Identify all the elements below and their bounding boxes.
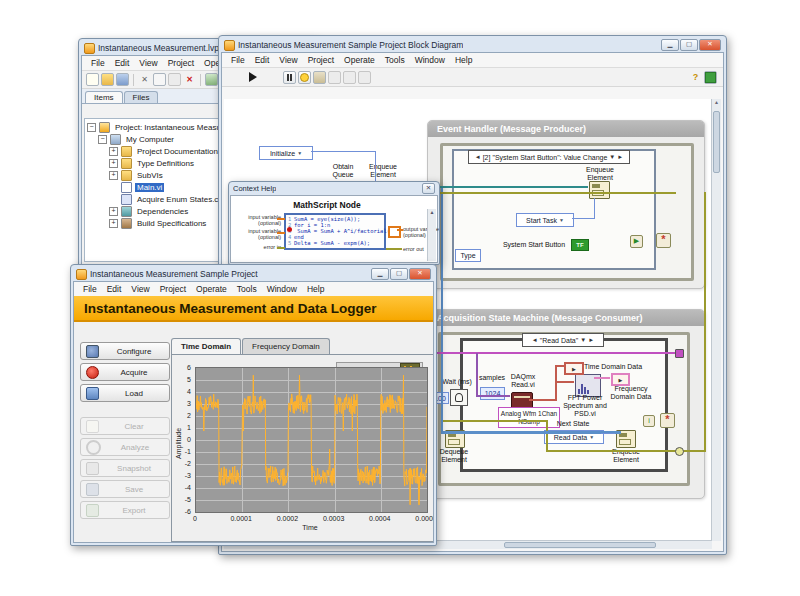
menu-item[interactable]: View [126, 283, 154, 295]
start-task-enum-constant[interactable]: Start Task▼ [516, 213, 574, 227]
tree-item-label[interactable]: Build Specifications [135, 219, 208, 228]
open-folder-icon[interactable] [101, 73, 114, 86]
stop-terminal[interactable]: * [660, 413, 675, 428]
case-dropdown-icon[interactable]: ▼ [609, 154, 615, 160]
type-specifier[interactable]: Type [455, 249, 481, 262]
tree-item-label[interactable]: Project Documentation [135, 147, 220, 156]
tree-item-label[interactable]: My Computer [124, 135, 176, 144]
menu-item[interactable]: File [78, 283, 102, 295]
tree-item-label[interactable]: Main.vi [135, 183, 164, 192]
menu-item[interactable]: View [134, 57, 162, 69]
tree-expander-icon[interactable]: + [109, 207, 118, 216]
display-tab[interactable]: Frequency Domain [242, 338, 330, 354]
vertical-scrollbar[interactable]: ▲ [711, 99, 721, 541]
menu-item[interactable]: Edit [250, 54, 275, 66]
menu-item[interactable]: Project [303, 54, 339, 66]
tree-expander-icon[interactable]: + [109, 219, 118, 228]
menu-item[interactable]: Window [262, 283, 302, 295]
cut-icon[interactable]: ✕ [138, 73, 151, 86]
previous-case-icon[interactable]: ◄ [475, 154, 481, 160]
next-case-icon[interactable]: ► [588, 337, 594, 343]
context-help-titlebar[interactable]: Context Help ✕ [230, 183, 438, 194]
panel-button[interactable]: Export [80, 501, 170, 519]
enqueue-element-node[interactable] [589, 181, 610, 199]
maximize-button[interactable]: ▢ [680, 39, 698, 51]
save-icon[interactable] [116, 73, 129, 86]
tree-item-label[interactable]: Acquire Enum States.ctl [135, 195, 224, 204]
menu-item[interactable]: Window [410, 54, 450, 66]
plot-area[interactable] [195, 367, 428, 513]
tree-expander-icon[interactable]: + [109, 159, 118, 168]
step-over-icon[interactable] [343, 71, 356, 84]
tree-expander-icon[interactable]: − [87, 123, 96, 132]
menu-item[interactable]: Edit [102, 283, 127, 295]
resolve-conflicts-icon[interactable] [205, 73, 218, 86]
navigation-window-icon[interactable] [704, 71, 717, 84]
menu-item[interactable]: Operate [339, 54, 380, 66]
menu-item[interactable]: Tools [232, 283, 262, 295]
menu-item[interactable]: Project [163, 57, 199, 69]
button-icon [86, 483, 99, 496]
case-dropdown-icon[interactable]: ▼ [580, 337, 586, 343]
close-icon[interactable]: ✕ [422, 183, 435, 194]
tree-item-label[interactable]: Type Definitions [135, 159, 196, 168]
pause-icon[interactable] [283, 71, 296, 84]
minimize-button[interactable]: ▁ [661, 39, 679, 51]
tree-item-icon [121, 158, 132, 169]
case-selector[interactable]: ◄ "Read Data" ▼ ► [522, 333, 604, 347]
context-help-scrollbar[interactable]: ▲ [427, 209, 436, 261]
step-out-icon[interactable] [358, 71, 371, 84]
menu-item[interactable]: Edit [110, 57, 135, 69]
retain-wire-values-icon[interactable] [313, 71, 326, 84]
new-file-icon[interactable] [86, 73, 99, 86]
next-case-icon[interactable]: ► [617, 154, 623, 160]
project-tab[interactable]: Files [124, 91, 159, 103]
tree-item-label[interactable]: Dependencies [135, 207, 190, 216]
tree-expander-icon[interactable]: + [109, 147, 118, 156]
menu-item[interactable]: Project [155, 283, 191, 295]
highlight-execution-icon[interactable] [298, 71, 311, 84]
context-help-window: Context Help ✕ MathScript Node 1SumA = e… [228, 181, 440, 265]
loop-continue-terminal[interactable]: ▶ [630, 235, 643, 248]
stop-terminal[interactable]: * [656, 233, 671, 248]
tree-expander-icon[interactable]: − [98, 135, 107, 144]
block-diagram-titlebar[interactable]: Instantaneous Measurement Sample Project… [221, 38, 724, 52]
copy-icon[interactable] [153, 73, 166, 86]
menu-item[interactable]: Tools [380, 54, 410, 66]
run-icon[interactable] [246, 71, 259, 84]
panel-button[interactable]: Clear [80, 417, 170, 435]
tree-item-label[interactable]: SubVIs [135, 171, 165, 180]
step-into-icon[interactable] [328, 71, 341, 84]
menu-item[interactable]: Help [450, 54, 477, 66]
front-panel-titlebar[interactable]: Instantaneous Measurement Sample Project… [73, 267, 434, 281]
panel-button[interactable]: Snapshot [80, 459, 170, 477]
menu-item[interactable]: File [226, 54, 250, 66]
panel-button[interactable]: Load [80, 384, 170, 402]
previous-case-icon[interactable]: ◄ [532, 337, 538, 343]
panel-button[interactable]: Analyze [80, 438, 170, 456]
initialize-enum-constant[interactable]: Initialize▼ [259, 146, 313, 160]
maximize-button[interactable]: ▢ [390, 268, 408, 280]
minimize-button[interactable]: ▁ [371, 268, 389, 280]
paste-icon[interactable] [168, 73, 181, 86]
wait-ms-node[interactable] [450, 389, 468, 406]
close-button[interactable]: ✕ [699, 39, 721, 51]
panel-button[interactable]: Acquire [80, 363, 170, 381]
time-domain-indicator[interactable]: ▶ [564, 362, 584, 375]
menu-item[interactable]: File [86, 57, 110, 69]
display-tab[interactable]: Time Domain [171, 338, 241, 354]
delete-icon[interactable]: ✕ [183, 73, 196, 86]
menu-item[interactable]: View [274, 54, 302, 66]
block-diagram-menubar: File Edit View Project Operate Tools Win… [222, 53, 723, 68]
system-start-button-terminal[interactable]: TF [571, 239, 589, 251]
project-tab[interactable]: Items [85, 91, 123, 103]
menu-item[interactable]: Help [302, 283, 329, 295]
loop-iteration-terminal[interactable]: i [643, 415, 655, 427]
menu-item[interactable]: Operate [191, 283, 232, 295]
panel-button[interactable]: Configure [80, 342, 170, 360]
close-button[interactable]: ✕ [409, 268, 431, 280]
event-case-selector[interactable]: ◄ [2] "System Start Button": Value Chang… [468, 150, 630, 164]
context-help-icon[interactable]: ? [689, 71, 702, 84]
panel-button[interactable]: Save [80, 480, 170, 498]
tree-expander-icon[interactable]: + [109, 171, 118, 180]
